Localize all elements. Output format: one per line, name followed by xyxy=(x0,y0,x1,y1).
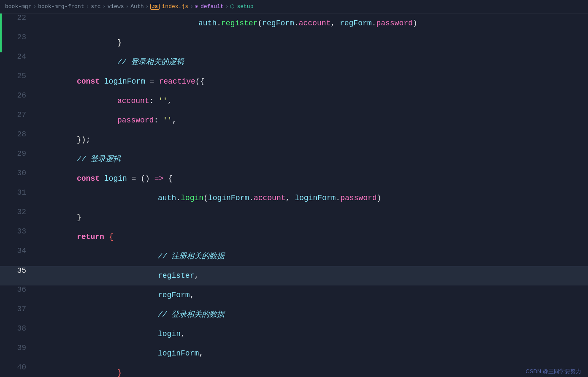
code-content[interactable]: const loginForm = reactive({ xyxy=(33,72,204,91)
token-punc: , xyxy=(331,19,340,27)
code-content[interactable]: return { xyxy=(33,227,113,247)
code-content[interactable]: loginForm, xyxy=(33,344,203,363)
token-prop: password xyxy=(117,117,154,124)
token-prop: account xyxy=(117,97,149,105)
code-content[interactable]: password: '', xyxy=(33,111,176,130)
token-ret-brace: { xyxy=(109,233,114,241)
token-kw: const xyxy=(77,78,104,85)
token-plain: { xyxy=(163,175,173,182)
line-number: 39 xyxy=(3,344,33,363)
gutter-col xyxy=(0,188,3,208)
token-str: '' xyxy=(158,97,168,105)
gutter-col xyxy=(0,111,3,130)
code-content[interactable]: }); xyxy=(33,130,90,149)
code-content[interactable]: register, xyxy=(33,266,199,285)
editor-area: 22auth.register(regForm.account, regForm… xyxy=(0,14,588,377)
token-var: regForm xyxy=(262,19,294,27)
token-var: loginForm xyxy=(208,194,249,202)
code-content[interactable]: account: '', xyxy=(33,91,172,111)
code-line: 34// 注册相关的数据 xyxy=(0,247,588,266)
gutter-col xyxy=(0,324,3,344)
token-punc: () xyxy=(141,175,154,182)
token-var: register xyxy=(158,272,194,279)
line-number: 24 xyxy=(3,52,33,72)
token-obj: auth xyxy=(158,194,176,202)
code-line: 31auth.login(loginForm.account, loginFor… xyxy=(0,188,588,208)
token-comment: // 登录相关的数据 xyxy=(158,311,225,318)
breadcrumb-item-front[interactable]: book-mrg-front xyxy=(38,3,84,10)
line-number: 36 xyxy=(3,285,33,305)
gutter-col xyxy=(0,149,3,169)
gutter-col xyxy=(0,208,3,227)
token-plain: , xyxy=(168,97,172,105)
line-number: 27 xyxy=(3,111,33,130)
token-plain: : xyxy=(154,117,163,124)
code-content[interactable]: regForm, xyxy=(33,285,194,305)
token-comment: // 登录相关的逻辑 xyxy=(117,58,184,66)
token-plain: , xyxy=(172,117,177,124)
token-plain: , xyxy=(181,330,185,338)
token-prop: account xyxy=(254,194,286,202)
token-plain xyxy=(104,233,109,241)
code-content[interactable]: // 注册相关的数据 xyxy=(33,247,225,266)
token-plain: : xyxy=(149,97,159,105)
code-content[interactable]: // 登录相关的逻辑 xyxy=(33,52,184,72)
code-content[interactable]: } xyxy=(33,33,122,52)
token-var: login xyxy=(158,330,181,338)
gutter-col xyxy=(0,227,3,247)
breadcrumb-sep-3: › xyxy=(126,3,129,10)
code-content[interactable]: const login = () => { xyxy=(33,169,173,188)
token-punc: . xyxy=(294,19,299,27)
token-var: loginForm xyxy=(104,78,145,85)
breadcrumb-sep-6: › xyxy=(225,3,229,10)
gutter-col xyxy=(0,33,3,52)
breadcrumb-item-indexjs[interactable]: index.js xyxy=(162,3,188,10)
token-punc: ( xyxy=(257,19,262,27)
code-line: 26account: '', xyxy=(0,91,588,111)
code-content[interactable]: auth.login(loginForm.account, loginForm.… xyxy=(33,188,381,208)
line-number: 29 xyxy=(3,149,33,169)
code-line: 29// 登录逻辑 xyxy=(0,149,588,169)
breadcrumb-sep-5: › xyxy=(190,3,193,10)
token-punc: . xyxy=(336,194,340,202)
code-content[interactable]: auth.register(regForm.account, regForm.p… xyxy=(33,14,417,33)
footer-bar: CSDN @王同学要努力 xyxy=(519,366,588,377)
line-number: 28 xyxy=(3,130,33,149)
code-content[interactable]: } xyxy=(33,363,122,377)
gutter-col xyxy=(0,169,3,188)
gutter-col xyxy=(0,305,3,324)
code-line: 36regForm, xyxy=(0,285,588,305)
code-line: 23} xyxy=(0,33,588,52)
code-line: 32} xyxy=(0,208,588,227)
breadcrumb-sep-2: › xyxy=(103,3,106,10)
token-plain: , xyxy=(190,291,195,299)
code-content[interactable]: login, xyxy=(33,324,185,344)
setup-icon: ⬡ xyxy=(230,3,234,10)
line-number: 38 xyxy=(3,324,33,344)
breadcrumb-bar: book-mgr › book-mrg-front › src › views … xyxy=(0,0,588,14)
breadcrumb-item-book-mgr[interactable]: book-mgr xyxy=(5,3,31,10)
breadcrumb-item-auth[interactable]: Auth xyxy=(130,3,144,10)
breadcrumb-item-src[interactable]: src xyxy=(91,3,100,10)
breadcrumb-item-default[interactable]: default xyxy=(201,3,224,10)
gutter-col xyxy=(0,247,3,266)
token-punc: . xyxy=(372,19,377,27)
token-brace: } xyxy=(117,39,122,46)
code-content[interactable]: } xyxy=(33,208,81,227)
code-content[interactable]: // 登录相关的数据 xyxy=(33,305,225,324)
js-icon: JS xyxy=(150,4,159,10)
line-number: 25 xyxy=(3,72,33,91)
breadcrumb-item-views[interactable]: views xyxy=(107,3,124,10)
line-number: 35 xyxy=(3,266,33,285)
line-number: 37 xyxy=(3,305,33,324)
code-content[interactable]: // 登录逻辑 xyxy=(33,149,121,169)
code-line: 33return { xyxy=(0,227,588,247)
token-kw: return xyxy=(77,233,104,241)
token-comment: // 注册相关的数据 xyxy=(158,252,225,260)
code-container: 22auth.register(regForm.account, regForm… xyxy=(0,14,588,377)
gutter-col xyxy=(0,52,3,72)
code-line: 39loginForm, xyxy=(0,344,588,363)
breadcrumb-item-setup[interactable]: setup xyxy=(237,3,253,10)
gutter-col xyxy=(0,72,3,91)
line-number: 40 xyxy=(3,363,33,377)
